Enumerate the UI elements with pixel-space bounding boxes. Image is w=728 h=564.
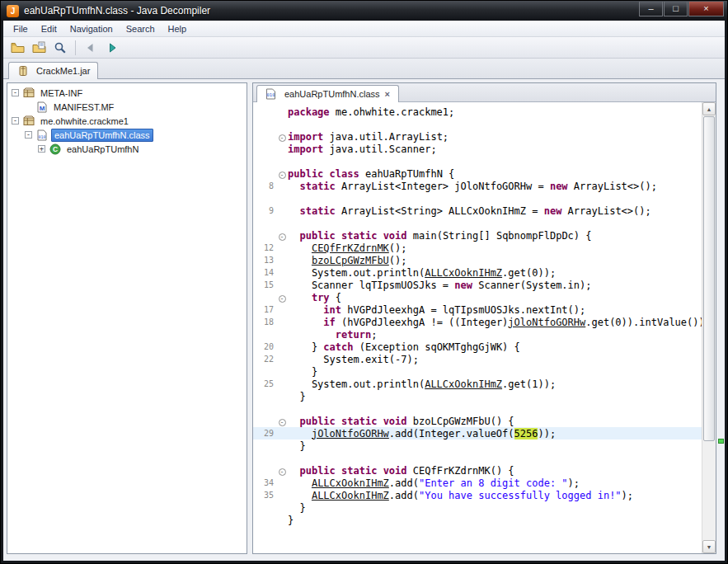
- collapse-icon[interactable]: -: [12, 89, 19, 96]
- fold-collapse-icon[interactable]: -: [276, 169, 288, 179]
- menu-bar: FileEditNavigationSearchHelp: [3, 21, 725, 37]
- collapse-icon[interactable]: -: [12, 117, 19, 125]
- code-text: }: [288, 391, 702, 402]
- class-file-icon: 010: [265, 88, 277, 101]
- code-text: public static void bzoLCpGWzMFbU() {: [288, 416, 702, 427]
- scrollbar-thumb[interactable]: [703, 116, 715, 441]
- code-text: System.out.println(ALLCxOoknIHmZ.get(0))…: [288, 267, 702, 279]
- close-button[interactable]: ×: [688, 2, 724, 16]
- fold-collapse-icon[interactable]: -: [276, 416, 288, 426]
- code-line: - public static void main(String[] Sqbno…: [253, 229, 702, 242]
- code-lines[interactable]: package me.ohwhite.crackme1;-import java…: [253, 102, 702, 553]
- expand-icon[interactable]: +: [38, 145, 45, 153]
- menu-search[interactable]: Search: [120, 22, 162, 35]
- line-number: 12: [253, 243, 276, 252]
- code-line: 18 if (hVGPdJleexhgA != ((Integer)jOloNt…: [253, 316, 702, 328]
- code-link[interactable]: jOloNtfoGORHw: [508, 317, 585, 328]
- tree-item-manifest-mf[interactable]: MMANIFEST.MF: [7, 100, 247, 114]
- code-line: 20 } catch (Exception sqOKMTghgGjWK) {: [253, 341, 702, 353]
- tree-item-label[interactable]: eahUaRpTUmfhN: [64, 143, 141, 155]
- tree-item-label[interactable]: META-INF: [38, 87, 85, 99]
- code-line: [253, 155, 702, 167]
- menu-help[interactable]: Help: [162, 22, 194, 35]
- code-line: 25 System.out.println(ALLCxOoknIHmZ.get(…: [253, 378, 702, 390]
- open-file-icon[interactable]: [8, 39, 26, 57]
- code-link[interactable]: ALLCxOoknIHmZ: [425, 267, 502, 279]
- code-link[interactable]: ALLCxOoknIHmZ: [425, 378, 502, 390]
- code-text: }: [288, 440, 702, 452]
- scroll-down-icon[interactable]: ▼: [702, 540, 716, 553]
- code-text: ALLCxOoknIHmZ.add("You have successfully…: [288, 490, 702, 501]
- title-bar[interactable]: J eahUaRpTUmfhN.class - Java Decompiler …: [1, 1, 727, 21]
- fold-collapse-icon[interactable]: -: [276, 132, 288, 142]
- editor-body: package me.ohwhite.crackme1;-import java…: [253, 102, 716, 553]
- code-line: 14 System.out.println(ALLCxOoknIHmZ.get(…: [253, 266, 702, 279]
- code-link[interactable]: jOloNtfoGORHw: [312, 428, 389, 439]
- code-link[interactable]: bzoLCpGWzMFbU: [312, 255, 389, 266]
- class-icon: C: [49, 143, 61, 155]
- line-number: 34: [253, 478, 276, 487]
- code-link[interactable]: ALLCxOoknIHmZ: [312, 490, 389, 501]
- svg-text:C: C: [52, 145, 57, 153]
- scroll-up-icon[interactable]: ▲: [702, 102, 716, 115]
- tree-item-label[interactable]: eahUaRpTUmfhN.class: [51, 129, 153, 142]
- code-text: }: [288, 366, 702, 378]
- tree-item-label[interactable]: me.ohwhite.crackme1: [38, 115, 131, 127]
- occurrence-marker[interactable]: [718, 439, 724, 444]
- code-link[interactable]: ALLCxOoknIHmZ: [312, 477, 389, 489]
- package-icon: [22, 115, 35, 127]
- code-line: -public class eahUaRpTUmfhN {: [253, 167, 702, 180]
- code-line: [253, 118, 702, 130]
- code-text: } catch (Exception sqOKMTghgGjWK) {: [288, 341, 702, 353]
- tree-item-me-ohwhite-crackme1[interactable]: -me.ohwhite.crackme1: [7, 114, 247, 128]
- close-tab-icon[interactable]: ×: [384, 89, 391, 99]
- code-line: - public static void bzoLCpGWzMFbU() {: [253, 415, 702, 427]
- code-text: }: [288, 515, 702, 526]
- code-line: }: [253, 439, 702, 452]
- open-type-icon[interactable]: [30, 39, 48, 57]
- line-number: 13: [253, 256, 276, 265]
- fold-collapse-icon[interactable]: -: [276, 466, 288, 476]
- fold-collapse-icon[interactable]: -: [276, 293, 288, 303]
- editor-tab-bar: 010 eahUaRpTUmfhN.class ×: [253, 83, 716, 102]
- code-line: }: [253, 390, 702, 402]
- tree-item-eahuarptumfhn[interactable]: +CeahUaRpTUmfhN: [7, 142, 247, 156]
- menu-file[interactable]: File: [7, 22, 35, 35]
- minimize-button[interactable]: –: [639, 2, 663, 16]
- code-text: static ArrayList<Integer> jOloNtfoGORHw …: [288, 181, 702, 192]
- maximize-button[interactable]: □: [664, 2, 688, 16]
- line-number: 25: [253, 379, 276, 388]
- code-line: - try {: [253, 291, 702, 303]
- main-area: -META-INFMMANIFEST.MF-me.ohwhite.crackme…: [3, 79, 725, 561]
- jar-icon: [16, 65, 29, 78]
- jar-tab[interactable]: CrackMe1.jar: [8, 62, 98, 79]
- menu-edit[interactable]: Edit: [35, 22, 63, 35]
- code-line: }: [253, 514, 702, 526]
- code-text: ALLCxOoknIHmZ.add("Enter an 8 digit code…: [288, 477, 702, 489]
- back-icon[interactable]: [82, 39, 100, 57]
- vertical-scrollbar[interactable]: ▲ ▼: [702, 102, 716, 553]
- svg-text:010: 010: [38, 134, 45, 139]
- line-number: 22: [253, 355, 276, 364]
- tree-item-meta-inf[interactable]: -META-INF: [7, 86, 247, 100]
- code-line: }: [253, 501, 702, 514]
- code-text: public static void CEQfFrKZdrnMK() {: [288, 465, 702, 477]
- code-link[interactable]: CEQfFrKZdrnMK: [312, 242, 389, 254]
- editor-tab[interactable]: 010 eahUaRpTUmfhN.class ×: [256, 85, 399, 102]
- collapse-icon[interactable]: -: [25, 131, 32, 139]
- tree-item-eahuarptumfhn-class[interactable]: -010eahUaRpTUmfhN.class: [7, 128, 247, 142]
- code-editor-panel: 010 eahUaRpTUmfhN.class × package me.ohw…: [252, 82, 716, 554]
- forward-icon[interactable]: [103, 39, 121, 57]
- fold-collapse-icon[interactable]: -: [276, 231, 288, 241]
- editor-tab-label: eahUaRpTUmfhN.class: [284, 89, 380, 99]
- tree-item-label[interactable]: MANIFEST.MF: [51, 101, 116, 113]
- code-text: CEQfFrKZdrnMK();: [288, 242, 702, 254]
- line-number: 8: [253, 181, 276, 190]
- jar-tab-label: CrackMe1.jar: [36, 66, 90, 76]
- code-line: 13 bzoLCpGWzMFbU();: [253, 254, 702, 266]
- search-icon[interactable]: [51, 39, 69, 57]
- toolbar: [3, 37, 725, 59]
- menu-navigation[interactable]: Navigation: [63, 22, 120, 35]
- code-line: [253, 452, 702, 464]
- code-text: import java.util.Scanner;: [288, 143, 702, 155]
